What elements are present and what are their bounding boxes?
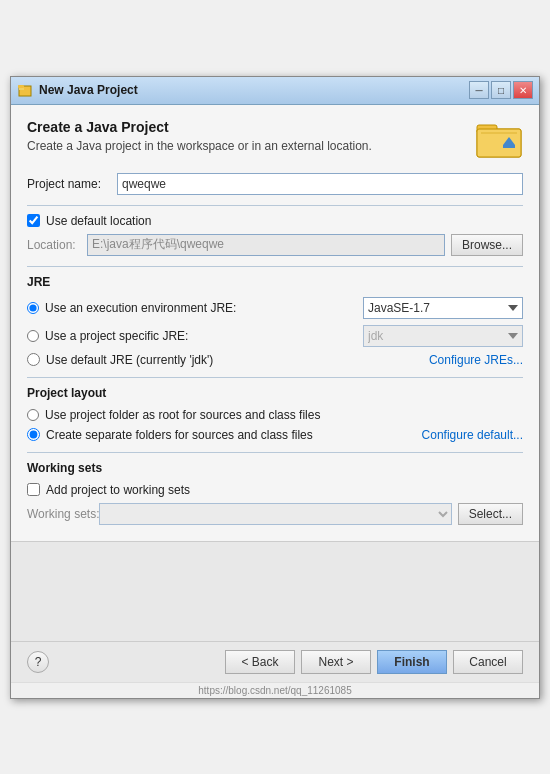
dialog-content: Create a Java Project Create a Java proj… xyxy=(11,105,539,541)
cancel-button[interactable]: Cancel xyxy=(453,650,523,674)
svg-rect-2 xyxy=(18,85,24,88)
jre-option3-label: Use default JRE (currently 'jdk') xyxy=(46,353,429,367)
jre-specific-dropdown[interactable]: jdk xyxy=(363,325,523,347)
location-row: Location: Browse... xyxy=(27,234,523,256)
layout-option2-radio[interactable] xyxy=(27,428,40,441)
use-default-location-row: Use default location xyxy=(27,214,523,228)
working-sets-input-row: Working sets: Select... xyxy=(27,503,523,525)
svg-rect-6 xyxy=(503,145,515,148)
jre-option3-radio[interactable] xyxy=(27,353,40,366)
title-bar: New Java Project ─ □ ✕ xyxy=(11,77,539,105)
help-button[interactable]: ? xyxy=(27,651,49,673)
window-title: New Java Project xyxy=(39,83,469,97)
close-button[interactable]: ✕ xyxy=(513,81,533,99)
empty-area xyxy=(11,541,539,641)
watermark: https://blog.csdn.net/qq_11261085 xyxy=(11,682,539,698)
divider-3 xyxy=(27,377,523,378)
window-icon xyxy=(17,82,33,98)
back-button[interactable]: < Back xyxy=(225,650,295,674)
jre-option2-label: Use a project specific JRE: xyxy=(45,329,363,343)
maximize-button[interactable]: □ xyxy=(491,81,511,99)
jre-section-title: JRE xyxy=(27,275,523,289)
use-default-label: Use default location xyxy=(46,214,151,228)
configure-jres-link[interactable]: Configure JREs... xyxy=(429,353,523,367)
layout-option1-label: Use project folder as root for sources a… xyxy=(45,408,523,422)
jre-option3-row: Use default JRE (currently 'jdk') Config… xyxy=(27,353,523,367)
select-working-sets-button[interactable]: Select... xyxy=(458,503,523,525)
page-title: Create a Java Project xyxy=(27,119,372,135)
divider-1 xyxy=(27,205,523,206)
location-input[interactable] xyxy=(87,234,445,256)
layout-option1-row: Use project folder as root for sources a… xyxy=(27,408,523,422)
working-sets-dropdown[interactable] xyxy=(99,503,451,525)
add-working-sets-row: Add project to working sets xyxy=(27,483,523,497)
jre-option2-row: Use a project specific JRE: jdk xyxy=(27,325,523,347)
divider-2 xyxy=(27,266,523,267)
project-name-label: Project name: xyxy=(27,177,117,191)
folder-icon xyxy=(475,119,523,159)
minimize-button[interactable]: ─ xyxy=(469,81,489,99)
finish-button[interactable]: Finish xyxy=(377,650,447,674)
project-name-row: Project name: xyxy=(27,173,523,195)
configure-default-link[interactable]: Configure default... xyxy=(422,428,523,442)
layout-option2-label: Create separate folders for sources and … xyxy=(46,428,422,442)
project-name-input[interactable] xyxy=(117,173,523,195)
location-label: Location: xyxy=(27,238,87,252)
divider-4 xyxy=(27,452,523,453)
browse-button[interactable]: Browse... xyxy=(451,234,523,256)
jre-option1-row: Use an execution environment JRE: JavaSE… xyxy=(27,297,523,319)
use-default-checkbox[interactable] xyxy=(27,214,40,227)
add-working-sets-checkbox[interactable] xyxy=(27,483,40,496)
jre-option2-radio[interactable] xyxy=(27,330,39,342)
next-button[interactable]: Next > xyxy=(301,650,371,674)
header-text: Create a Java Project Create a Java proj… xyxy=(27,119,372,153)
title-bar-buttons: ─ □ ✕ xyxy=(469,81,533,99)
page-subtitle: Create a Java project in the workspace o… xyxy=(27,139,372,153)
project-layout-title: Project layout xyxy=(27,386,523,400)
jre-environment-dropdown[interactable]: JavaSE-1.7 JavaSE-1.8 J2SE-1.5 J2SE-1.6 xyxy=(363,297,523,319)
add-working-sets-label: Add project to working sets xyxy=(46,483,190,497)
jre-option1-radio[interactable] xyxy=(27,302,39,314)
layout-option1-radio[interactable] xyxy=(27,409,39,421)
button-bar: ? < Back Next > Finish Cancel xyxy=(11,641,539,682)
page-header: Create a Java Project Create a Java proj… xyxy=(27,119,523,159)
layout-option2-row: Create separate folders for sources and … xyxy=(27,428,523,442)
working-sets-title: Working sets xyxy=(27,461,523,475)
working-sets-label: Working sets: xyxy=(27,507,99,521)
jre-option1-label: Use an execution environment JRE: xyxy=(45,301,363,315)
dialog-window: New Java Project ─ □ ✕ Create a Java Pro… xyxy=(10,76,540,699)
